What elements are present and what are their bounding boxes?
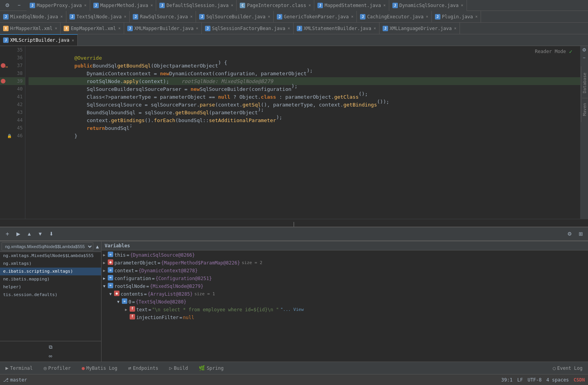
copy-icon[interactable]: ⧉ [46, 343, 55, 351]
up-button[interactable]: ▲ [25, 230, 34, 238]
debug-variables-panel: Variables ▶ = this = {DynamicSqlSource@8… [102, 241, 588, 362]
close-icon[interactable]: × [231, 3, 233, 7]
close-icon[interactable]: × [308, 3, 311, 7]
close-icon[interactable]: × [383, 3, 386, 7]
close-icon[interactable]: × [124, 14, 126, 19]
var-value: {MapperMethod$ParamMap@8226} [161, 259, 240, 266]
breakpoint-39[interactable] [0, 79, 6, 83]
tab-xmlscriptbuilder[interactable]: J XMLScriptBuilder.java × [0, 34, 78, 46]
close-icon[interactable]: × [61, 14, 63, 19]
down-button[interactable]: ▼ [36, 230, 45, 238]
tab-mappermethod[interactable]: J MapperMethod.java × [90, 0, 157, 11]
tab-rawsqlsource[interactable]: J RawSqlSource.java × [130, 11, 196, 23]
stack-item[interactable]: helper) [0, 283, 101, 291]
up-stack-btn[interactable]: ▲ [95, 242, 100, 251]
close-icon[interactable]: × [196, 26, 198, 30]
var-parameterobject[interactable]: ▶ ● parameterObject = {MapperMethod$Para… [102, 259, 588, 267]
close-icon[interactable]: × [426, 14, 428, 19]
indent-setting[interactable]: 4 spaces [546, 377, 569, 383]
maven-label[interactable]: Maven [581, 100, 588, 119]
expand-button[interactable]: ▶ [14, 230, 23, 238]
stack-item-active[interactable]: e.ibatis.scripting.xmltags) [0, 268, 101, 275]
stack-item[interactable]: ne.ibatis.mapping) [0, 275, 101, 283]
var-injectionfilter[interactable]: f injectionFilter = null [102, 314, 588, 321]
stack-item[interactable]: tis.session.defaults) [0, 291, 101, 299]
infinity-icon[interactable]: ∞ [46, 351, 55, 360]
stack-toolbar: ng.xmltags.MixedSqlNode$$Lambda$555 ▲ ▼ … [0, 241, 101, 252]
tab-xmlmapperbuilder[interactable]: J XMLMapperBuilder.java × [124, 23, 202, 34]
tab-xmllanguagedriver[interactable]: J XMLLanguageDriver.java × [380, 23, 460, 34]
tab-plugin[interactable]: J Plugin.java × [432, 11, 481, 23]
var-rootsqlnode[interactable]: ▼ ∞ rootSqlNode = {MixedSqlNode@8279} [102, 282, 588, 290]
var-name: injectionFilter [136, 314, 178, 321]
close-icon[interactable]: × [288, 26, 290, 30]
tab-pageinterceptor[interactable]: C PageInterceptor.class × [237, 0, 314, 11]
tab-sqlsessionfactorybean[interactable]: J SqlSessionFactoryBean.java × [202, 23, 294, 34]
stack-item[interactable]: ng.xmltags.MixedSqlNode$$Lambda$555 [0, 252, 101, 260]
tab-defaultsqlsession[interactable]: J DefaultSqlSession.java × [156, 0, 237, 11]
tab-dynamicsqlsource[interactable]: J DynamicSqlSource.java × [389, 0, 467, 11]
encoding[interactable]: UTF-8 [527, 377, 542, 383]
collapse-icon[interactable]: − [581, 55, 587, 61]
close-icon[interactable]: × [268, 14, 270, 19]
close-icon[interactable]: × [190, 14, 192, 19]
stack-item[interactable]: ng.xmltags) [0, 260, 101, 268]
var-contents[interactable]: ▼ ● contents = {ArrayList@8285} size = 1 [102, 290, 588, 298]
stack-dropdown[interactable]: ng.xmltags.MixedSqlNode$$Lambda$555 [2, 242, 93, 251]
branch-indicator[interactable]: ⎇ master [3, 377, 27, 383]
close-icon[interactable]: × [461, 3, 463, 7]
line-ending[interactable]: LF [517, 377, 523, 383]
var-this[interactable]: ▶ = this = {DynamicSqlSource@8266} [102, 251, 588, 259]
close-icon[interactable]: × [118, 26, 121, 30]
settings-button[interactable]: ⚙ [3, 1, 12, 10]
tab-mappedstatement[interactable]: J MappedStatement.java × [314, 0, 389, 11]
close-icon[interactable]: × [72, 38, 74, 43]
settings-debug-button[interactable]: ⚙ [565, 230, 574, 238]
tab-cachingexecutor[interactable]: J CachingExecutor.java × [357, 11, 432, 23]
var-context[interactable]: ▶ = context = {DynamicContext@8278} [102, 267, 588, 275]
tab-mixedsqlnode[interactable]: J MixedSqlNode.java × [0, 11, 66, 23]
var-0[interactable]: ▼ = 0 = {TextSqlNode@8280} [102, 298, 588, 306]
lock-icon: 🔒 [6, 134, 12, 138]
event-log-tab[interactable]: ◯ Event Log [551, 364, 585, 373]
tab-build[interactable]: ▷ Build [167, 364, 190, 373]
tab-sqlsourcebuilder[interactable]: J SqlSourceBuilder.java × [196, 11, 274, 23]
tab-xmlstatementbuilder[interactable]: J XMLStatementBuilder.java × [294, 23, 380, 34]
close-icon[interactable]: × [55, 26, 57, 30]
profiler-label: Profiler [48, 365, 71, 371]
close-icon[interactable]: × [374, 26, 376, 30]
gutter-41: 41 [0, 93, 25, 101]
var-equals: = [127, 252, 129, 259]
tab-textsqlnode[interactable]: J TextSqlNode.java × [66, 11, 130, 23]
view-link[interactable]: "... View [280, 306, 304, 313]
tab-generictokenparser[interactable]: J GenericTokenParser.java × [274, 11, 357, 23]
code-line-36: @Override [29, 54, 580, 62]
close-icon[interactable]: × [454, 26, 456, 30]
close-icon[interactable]: × [351, 14, 353, 19]
gear-icon[interactable]: ⚙ [581, 47, 587, 53]
tab-spring[interactable]: 🌿 Spring [196, 364, 226, 373]
add-watch-button[interactable]: + [3, 230, 12, 238]
tab-terminal[interactable]: ▶ Terminal [3, 364, 35, 373]
tab-mapperpoxy[interactable]: J MapperProxy.java × [27, 0, 90, 11]
close-icon[interactable]: × [150, 3, 153, 7]
var-configuration[interactable]: ▶ ∞ configuration = {Configuration@8251} [102, 275, 588, 282]
tab-mybatis-log[interactable]: ● MyBatis Log [79, 364, 119, 373]
tab-hrmapperxml[interactable]: X HrMapperXml.xml × [0, 23, 61, 34]
close-icon[interactable]: × [475, 14, 478, 19]
code-text-area[interactable]: @Override public BoundSql getBoundSql(Ob… [25, 46, 580, 219]
breakpoint-37[interactable]: → [0, 63, 6, 68]
java-icon: J [3, 37, 9, 43]
filter-button[interactable]: ⬇ [47, 230, 55, 238]
database-label[interactable]: Database [581, 69, 588, 96]
close-icon[interactable]: × [84, 3, 87, 7]
minimize-button[interactable]: − [15, 1, 23, 10]
tab-endpoints[interactable]: ⇄ Endpoints [126, 364, 161, 373]
var-text[interactable]: ▶ f text = "\n select * from employee wh… [102, 306, 588, 314]
tab-profiler[interactable]: ◎ Profiler [41, 364, 73, 373]
var-value: {DynamicContext@8278} [139, 267, 198, 274]
tab-label: TextSqlNode.java [77, 14, 122, 20]
cursor-position[interactable]: 39:1 [501, 377, 513, 383]
tab-empmapperxml[interactable]: X EmpMapperXml.xml × [61, 23, 124, 34]
maximize-debug-button[interactable]: ⊞ [576, 230, 585, 238]
